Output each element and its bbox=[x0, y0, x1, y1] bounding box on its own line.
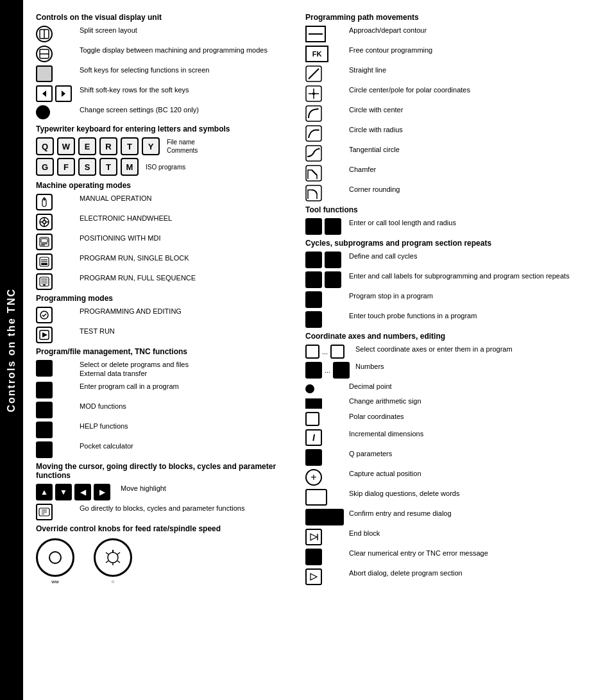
capture-label: Capture actual position bbox=[349, 469, 599, 478]
spindle-speed-knob[interactable] bbox=[94, 538, 132, 577]
full-seq-icon-cell bbox=[36, 273, 74, 290]
mdi-label: POSITIONING WITH MDI bbox=[80, 234, 293, 243]
knob2-container: ○ bbox=[94, 538, 132, 585]
prog-stop-icon-cell bbox=[305, 291, 344, 308]
fk-icon-cell: FK bbox=[305, 46, 344, 62]
straight-line-icon bbox=[305, 65, 322, 82]
key-Y[interactable]: Y bbox=[142, 137, 160, 155]
call-labels-icon2 bbox=[325, 271, 341, 288]
touch-probe-icon-cell bbox=[305, 311, 344, 328]
row2-label: ISO programs bbox=[146, 163, 293, 171]
arrow-left-icon[interactable]: ◀ bbox=[74, 484, 91, 500]
key-S[interactable]: S bbox=[78, 158, 96, 176]
svg-rect-20 bbox=[41, 263, 47, 265]
key-R[interactable]: R bbox=[99, 137, 117, 155]
svg-line-39 bbox=[106, 552, 108, 554]
soft-keys-icon-cell bbox=[36, 65, 74, 82]
fk-label: Free contour programming bbox=[349, 46, 599, 55]
key-W[interactable]: W bbox=[57, 137, 75, 155]
svg-marker-58 bbox=[310, 534, 317, 540]
knob1-label: ww bbox=[51, 579, 59, 585]
keyboard-row2: G F S T M ISO programs bbox=[36, 158, 293, 176]
tool-call-icon2 bbox=[325, 218, 341, 235]
prog-edit-label: PROGRAMMING AND EDITING bbox=[80, 307, 293, 316]
prog-call-icon-cell bbox=[36, 382, 74, 398]
screen-settings-label: Change screen settings (BC 120 only) bbox=[80, 105, 293, 114]
handwheel-label: ELECTRONIC HANDWHEEL bbox=[80, 214, 293, 223]
corner-rounding-item: Corner rounding bbox=[305, 185, 599, 201]
circle-radius-icon-cell bbox=[305, 125, 344, 142]
key-G[interactable]: G bbox=[36, 158, 54, 176]
key-F[interactable]: F bbox=[57, 158, 75, 176]
corner-rounding-icon-cell bbox=[305, 185, 344, 201]
key-E[interactable]: E bbox=[78, 137, 96, 155]
svg-line-35 bbox=[117, 552, 120, 554]
feed-rate-knob[interactable] bbox=[36, 538, 74, 577]
select-delete-label: Select or delete programs and filesExter… bbox=[80, 360, 293, 379]
end-block-icon-cell bbox=[305, 529, 344, 545]
call-labels-label: Enter and call labels for subprogramming… bbox=[349, 271, 599, 280]
confirm-icon bbox=[305, 509, 344, 525]
arrow-up-icon[interactable]: ▲ bbox=[36, 484, 53, 500]
toggle-display-icon-cell bbox=[36, 46, 74, 62]
incremental-label: Incremental dimensions bbox=[349, 429, 599, 438]
q-param-icon-cell bbox=[305, 449, 344, 466]
knob2-label: ○ bbox=[112, 579, 115, 585]
numbers-item: ... Numbers bbox=[305, 362, 599, 379]
screen-settings-item: Change screen settings (BC 120 only) bbox=[36, 105, 293, 119]
single-block-label: PROGRAM RUN, SINGLE BLOCK bbox=[80, 253, 293, 262]
path-movements-title: Programming path movements bbox=[305, 13, 599, 22]
q-param-icon bbox=[305, 449, 322, 466]
prog-stop-label: Program stop in a program bbox=[349, 291, 599, 300]
single-block-item: PROGRAM RUN, SINGLE BLOCK bbox=[36, 253, 293, 270]
key-Q[interactable]: Q bbox=[36, 137, 54, 155]
corner-rounding-label: Corner rounding bbox=[349, 185, 599, 194]
touch-probe-label: Enter touch probe functions in a program bbox=[349, 311, 599, 320]
tangential-icon bbox=[305, 145, 322, 162]
define-cycles-icon1 bbox=[305, 252, 322, 268]
full-seq-icon bbox=[36, 273, 53, 290]
key-M[interactable]: M bbox=[121, 158, 139, 176]
screen-settings-icon bbox=[36, 105, 50, 119]
capture-icon-cell: + bbox=[305, 469, 344, 486]
mdi-item: POSITIONING WITH MDI bbox=[36, 234, 293, 250]
full-seq-item: PROGRAM RUN, FULL SEQUENCE bbox=[36, 273, 293, 290]
numbers-label: Numbers bbox=[355, 362, 599, 371]
key-T[interactable]: T bbox=[121, 137, 139, 155]
abort-icon-cell bbox=[305, 568, 344, 585]
straight-line-item: Straight line bbox=[305, 65, 599, 82]
axis-select-label: Select coordinate axes or enter them in … bbox=[355, 345, 599, 354]
tool-call-icon1 bbox=[305, 218, 322, 235]
toggle-display-label: Toggle display between machining and pro… bbox=[80, 46, 293, 55]
clear-item: Clear numerical entry or TNC error messa… bbox=[305, 549, 599, 565]
keyboard-row1: Q W E R T Y File nameComments bbox=[36, 137, 293, 155]
right-column: Programming path movements Approach/depa… bbox=[305, 13, 599, 687]
define-cycles-icon2 bbox=[325, 252, 341, 268]
circle-center-item: Circle with center bbox=[305, 105, 599, 122]
help-item: HELP functions bbox=[36, 422, 293, 438]
arrow-down-icon[interactable]: ▼ bbox=[55, 484, 72, 500]
end-block-icon bbox=[305, 529, 322, 545]
mod-label: MOD functions bbox=[80, 402, 293, 411]
select-delete-icon bbox=[36, 360, 53, 377]
move-highlight-label: Move highlight bbox=[121, 484, 293, 493]
circle-radius-icon bbox=[305, 125, 322, 142]
cursor-title: Moving the cursor, going directly to blo… bbox=[36, 462, 293, 480]
mod-icon-cell bbox=[36, 402, 74, 418]
clear-icon bbox=[305, 549, 322, 565]
goto-icon bbox=[36, 504, 53, 520]
circle-center-pole-icon bbox=[305, 85, 322, 102]
axis-select-item: ... Select coordinate axes or enter them… bbox=[305, 345, 599, 359]
override-title: Override control knobs for feed rate/spi… bbox=[36, 524, 293, 533]
abort-label: Abort dialog, delete program section bbox=[349, 568, 599, 577]
polar-icon bbox=[305, 412, 319, 426]
q-param-label: Q parameters bbox=[349, 449, 599, 458]
arrow-right-icon[interactable]: ▶ bbox=[94, 484, 110, 500]
move-highlight-item: ▲ ▼ ◀ ▶ Move highlight bbox=[36, 484, 293, 500]
split-screen-icon-cell bbox=[36, 26, 74, 42]
prog-file-title: Program/file management, TNC functions bbox=[36, 347, 293, 356]
call-labels-icons bbox=[305, 271, 344, 288]
key-T2[interactable]: T bbox=[99, 158, 117, 176]
confirm-item: Confirm entry and resume dialog bbox=[305, 509, 599, 525]
soft-keys-label: Soft keys for selecting functions in scr… bbox=[80, 65, 293, 74]
